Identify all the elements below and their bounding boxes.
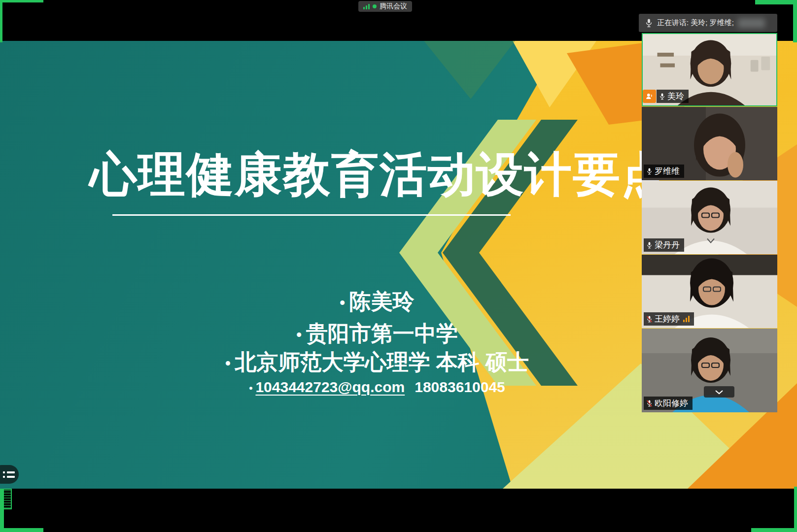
participant-name: 罗维维 bbox=[655, 166, 680, 177]
annotation-toolbar-toggle[interactable] bbox=[0, 465, 19, 484]
share-border-bottom-left-h bbox=[0, 528, 43, 532]
share-border-bottom-right-v bbox=[794, 487, 797, 532]
network-signal-icon bbox=[683, 316, 690, 322]
recording-dot-icon bbox=[373, 4, 377, 8]
contact-phone: 18083610045 bbox=[415, 379, 505, 395]
participant-name: 美玲 bbox=[667, 91, 684, 102]
minimized-widget[interactable] bbox=[0, 489, 12, 509]
presenter-badge-icon bbox=[643, 90, 656, 103]
contact-email: 1043442723@qq.com bbox=[255, 379, 405, 395]
blurred-speaker-name bbox=[738, 18, 765, 28]
video-tile-luoweiwei[interactable]: 罗维维 bbox=[642, 107, 777, 180]
slide-title-underline bbox=[112, 214, 511, 216]
slide-title: 心理健康教育活动设计要点 bbox=[90, 143, 706, 207]
video-tile-liangdandan[interactable]: 梁丹丹 bbox=[642, 181, 777, 254]
participant-panel: 美玲 罗维维 bbox=[642, 33, 777, 412]
share-border-top-right-h bbox=[755, 0, 797, 4]
video-tile-ouyangxiuting[interactable]: 欧阳修婷 bbox=[642, 329, 777, 412]
video-tile-meiling[interactable]: 美玲 bbox=[642, 33, 777, 106]
participant-name: 梁丹丹 bbox=[655, 239, 680, 251]
participant-name: 王婷婷 bbox=[655, 313, 680, 325]
share-border-bottom-right-h bbox=[751, 528, 797, 532]
mic-muted-icon bbox=[646, 399, 653, 407]
signal-bars-icon bbox=[363, 3, 370, 9]
collapse-panel-button[interactable] bbox=[704, 386, 734, 398]
participant-name: 欧阳修婷 bbox=[655, 398, 688, 409]
video-tile-wangtingting[interactable]: 王婷婷 bbox=[642, 255, 777, 328]
slide-bullet-contact: 1043442723@qq.com18083610045 bbox=[192, 379, 562, 396]
microphone-icon bbox=[645, 18, 653, 28]
share-border-top-right-v bbox=[793, 0, 797, 42]
chevron-down-icon bbox=[715, 390, 724, 395]
slide-bullet-school: 贵阳市第一中学 bbox=[192, 319, 562, 348]
mic-on-icon bbox=[646, 167, 653, 175]
share-border-top-left-h bbox=[0, 0, 43, 2]
slide-bullet-education: 北京师范大学心理学 本科 硕士 bbox=[192, 348, 562, 377]
slide-bullet-presenter: 陈美玲 bbox=[192, 287, 562, 316]
speaking-banner: 正在讲话: 美玲; 罗维维; bbox=[639, 14, 777, 32]
app-name-label: 腾讯会议 bbox=[380, 2, 407, 11]
mic-on-icon bbox=[646, 241, 653, 249]
meeting-app-badge[interactable]: 腾讯会议 bbox=[358, 1, 412, 12]
speaking-banner-text: 正在讲话: 美玲; 罗维维; bbox=[657, 18, 734, 28]
share-border-top-left-v bbox=[0, 0, 2, 42]
list-icon bbox=[3, 471, 19, 473]
mic-muted-icon bbox=[646, 315, 653, 323]
mic-on-icon bbox=[659, 93, 665, 100]
